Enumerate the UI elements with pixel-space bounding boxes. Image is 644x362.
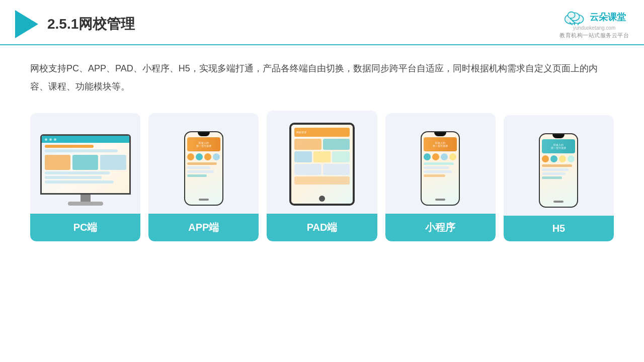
pc-block-2 [72, 155, 98, 170]
pad-row-2 [294, 151, 350, 162]
h5-home-btn [553, 201, 564, 203]
pad-image-area: 网校管理 [267, 111, 377, 214]
pad-row-4 [294, 176, 350, 185]
app-screen-icons [185, 151, 222, 161]
header-left: 2.5.1网校管理 [15, 10, 135, 38]
pad-top-bar: 网校管理 [294, 128, 350, 137]
miniapp-icon-2 [432, 153, 439, 160]
h5-icons [540, 153, 577, 163]
main-content: 网校支持PC、APP、PAD、小程序、H5，实现多端打通，产品各终端自由切换，数… [0, 45, 644, 251]
cloud-logo-container: 云朵课堂 [562, 9, 626, 25]
pad-card: 网校管理 [267, 111, 377, 241]
app-icon-2 [196, 153, 203, 160]
pad-block-7 [323, 164, 350, 175]
miniapp-line-1 [424, 162, 453, 165]
app-screen-lines [185, 161, 222, 178]
page-title: 2.5.1网校管理 [47, 15, 135, 34]
pc-image-area [30, 113, 140, 214]
miniapp-phone-illustration: 职途人的第一堂升值课 [421, 131, 460, 206]
miniapp-lines [422, 161, 459, 178]
pc-line-3 [45, 171, 110, 174]
pad-tablet-screen: 网校管理 [291, 125, 353, 204]
pad-block-3 [294, 151, 312, 162]
pc-dot-2 [49, 138, 52, 141]
h5-label: H5 [504, 216, 614, 241]
miniapp-line-2 [424, 166, 449, 169]
device-cards-row: PC端 职途人的第一堂升值课 [30, 111, 614, 241]
app-icon-4 [213, 153, 220, 160]
miniapp-screen: 职途人的第一堂升值课 [422, 132, 459, 205]
pc-block-row [45, 155, 126, 170]
miniapp-card: 职途人的第一堂升值课 [385, 113, 496, 241]
description-text: 网校支持PC、APP、PAD、小程序、H5，实现多端打通，产品各终端自由切换，数… [30, 59, 614, 96]
h5-screen-top: 职途人的第一堂升值课 [542, 139, 575, 153]
miniapp-home-btn [435, 199, 445, 201]
pad-row-1 [294, 139, 350, 150]
h5-screen: 职途人的第一堂升值课 [540, 134, 577, 207]
miniapp-line-4 [424, 174, 445, 177]
app-icon-1 [187, 153, 194, 160]
h5-line-4 [542, 176, 562, 179]
header: 2.5.1网校管理 云朵课堂 yunduoketang.com 教育机构一站式服… [0, 0, 644, 45]
brand-logo: 云朵课堂 yunduoketang.com 教育机构一站式服务云平台 [559, 9, 629, 39]
pc-screen-content [42, 143, 129, 193]
app-phone-illustration: 职途人的第一堂升值课 [184, 131, 223, 206]
pc-screen [42, 136, 129, 193]
pad-home-btn [319, 196, 325, 202]
miniapp-screen-text: 职途人的第一堂升值课 [431, 141, 449, 148]
pad-block-1 [294, 139, 321, 150]
brand-name-text: 云朵课堂 [590, 11, 626, 23]
pad-block-5 [332, 151, 350, 162]
h5-screen-text: 职途人的第一堂升值课 [549, 143, 568, 150]
app-home-btn [199, 199, 209, 201]
app-line-3 [187, 170, 214, 173]
pc-dot-1 [45, 138, 47, 141]
pad-row-3 [294, 164, 350, 175]
miniapp-label: 小程序 [385, 214, 496, 241]
miniapp-screen-top: 职途人的第一堂升值课 [424, 137, 457, 151]
pc-screen-bar [42, 136, 129, 143]
pad-tablet-illustration: 网校管理 [289, 123, 355, 206]
pc-block-1 [45, 155, 70, 170]
app-line-4 [187, 174, 207, 177]
h5-phone-illustration: 职途人的第一堂升值课 [539, 133, 578, 208]
pad-label: PAD端 [267, 214, 377, 241]
miniapp-icon-4 [449, 153, 456, 160]
pad-top-text: 网校管理 [296, 131, 306, 134]
app-image-area: 职途人的第一堂升值课 [148, 113, 259, 214]
pc-card: PC端 [30, 113, 140, 241]
app-screen-text: 职途人的第一堂升值课 [195, 141, 213, 148]
pc-line-5 [45, 180, 114, 184]
cloud-icon [562, 9, 587, 25]
pad-content-grid [294, 139, 350, 201]
h5-lines [540, 163, 577, 180]
pad-block-6 [294, 164, 321, 175]
pc-block-3 [100, 155, 126, 170]
miniapp-line-3 [424, 170, 452, 173]
miniapp-phone-body: 职途人的第一堂升值课 [421, 131, 460, 206]
h5-card: 职途人的第一堂升值课 [504, 115, 614, 241]
app-phone-screen: 职途人的第一堂升值课 [185, 132, 222, 205]
app-icon-3 [204, 153, 211, 160]
app-card: 职途人的第一堂升值课 [148, 113, 259, 241]
pad-block-4 [313, 151, 331, 162]
brand-url: yunduoketang.com [573, 25, 616, 31]
pc-line-4 [45, 176, 102, 179]
app-line-1 [187, 162, 217, 165]
pc-monitor [40, 134, 131, 195]
app-line-2 [187, 166, 210, 169]
brand-subtitle: 教育机构一站式服务云平台 [559, 32, 629, 39]
h5-icon-2 [550, 155, 557, 162]
app-phone-body: 职途人的第一堂升值课 [184, 131, 223, 206]
miniapp-icon-1 [424, 153, 431, 160]
h5-line-3 [542, 172, 565, 175]
h5-line-1 [542, 164, 572, 167]
pad-tablet-body: 网校管理 [289, 123, 355, 206]
pc-stand-neck [80, 195, 91, 202]
logo-triangle-icon [15, 10, 38, 38]
svg-point-3 [568, 12, 575, 19]
h5-line-2 [542, 168, 569, 171]
h5-icon-4 [568, 155, 575, 162]
miniapp-image-area: 职途人的第一堂升值课 [385, 113, 496, 214]
pad-block-2 [323, 139, 350, 150]
